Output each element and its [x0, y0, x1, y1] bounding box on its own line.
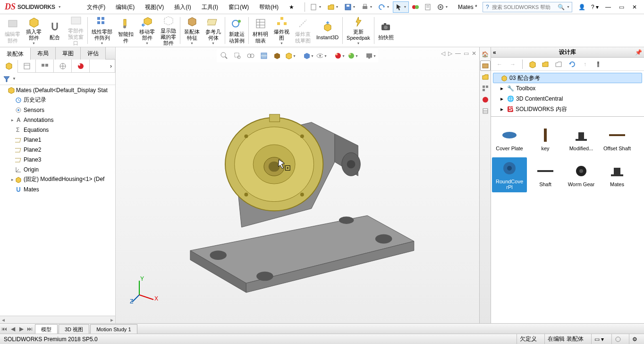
tree-history[interactable]: 历史记录 [0, 95, 115, 105]
tab-assembly[interactable]: 装配体 [0, 48, 31, 60]
tree-filter[interactable]: ▼ [0, 73, 115, 85]
vp-minimize-button[interactable]: — [455, 50, 461, 57]
vp-maximize-button[interactable]: ▭ [464, 50, 469, 57]
feature-manager-tab[interactable] [0, 60, 18, 73]
logo-dropdown-icon[interactable]: ▼ [58, 5, 61, 9]
tab-evaluate[interactable]: 评估 [81, 47, 106, 60]
status-units-button[interactable]: ▭ ▾ [591, 334, 607, 344]
tree-plane3[interactable]: Plane3 [0, 155, 115, 164]
view-triad[interactable]: Y X Z [130, 276, 158, 304]
dl-item-contentcentral[interactable]: ▸🌐3D ContentCentral [493, 94, 642, 104]
instant3d-button[interactable]: Instant3D [314, 15, 341, 46]
undo-button[interactable]: ▼ [376, 1, 392, 13]
status-editing[interactable]: 在编辑 装配体 [544, 334, 586, 344]
taskpane-appearances-tab[interactable] [480, 95, 491, 105]
mate-button[interactable]: 配合 [44, 15, 65, 46]
tree-equations[interactable]: ΣEquations [0, 125, 115, 135]
insert-part-button[interactable]: 插入零 部件▼ [23, 15, 44, 46]
dimxpert-manager-tab[interactable] [54, 60, 72, 73]
tree-mates[interactable]: Mates [0, 184, 115, 194]
status-settings-button[interactable]: ⚙ [629, 334, 640, 344]
open-button[interactable]: ▼ [325, 1, 341, 13]
view-settings-button[interactable]: ▼ [365, 50, 376, 61]
user-button[interactable]: 👤 [576, 1, 587, 13]
search-icon[interactable]: 🔍 [557, 4, 566, 10]
assembly-feature-button[interactable]: 装配体 特征▼ [181, 15, 203, 46]
up-button[interactable]: ↑ [579, 59, 591, 70]
smart-snap-button[interactable]: 智能扣 件 [115, 15, 136, 46]
section-view-button[interactable] [258, 50, 270, 61]
menu-star-icon[interactable]: ★ [284, 0, 299, 14]
explode-button[interactable]: 爆炸视 图▼ [271, 15, 292, 46]
view-orientation-button[interactable]: ▼ [285, 50, 296, 61]
add-folder-button[interactable] [540, 59, 551, 70]
forward-button[interactable]: → [507, 59, 518, 70]
update-speedpak-button[interactable]: 更新 Speedpak▼ [344, 15, 373, 46]
expand-tab[interactable]: › [90, 60, 115, 73]
select-button[interactable]: ▼ [393, 1, 409, 13]
taskpane-designlib-tab[interactable] [480, 60, 491, 71]
tabs-scroll-prev[interactable]: ◀ [8, 326, 17, 332]
menu-help[interactable]: 帮助(H) [254, 0, 283, 14]
search-box[interactable]: ? 🔍 ▼ [483, 2, 572, 12]
taskpane-custom-props-tab[interactable] [480, 106, 491, 116]
menu-tools[interactable]: 工具(I) [197, 0, 223, 14]
menu-window[interactable]: 窗口(W) [224, 0, 254, 14]
explode-line-button[interactable]: 爆炸直 线草图 [292, 15, 314, 46]
menu-edit[interactable]: 编辑(E) [111, 0, 139, 14]
gallery-cover-plate[interactable]: Cover Plate [492, 121, 527, 156]
dynamic-annotation-button[interactable] [271, 50, 283, 61]
rebuild-button[interactable] [410, 1, 421, 13]
gallery-mates[interactable]: Mates [600, 157, 635, 192]
config-button[interactable] [593, 59, 604, 70]
status-rebuild-button[interactable] [611, 334, 624, 344]
dl-item-swcontent[interactable]: ▸SWSOLIDWORKS 内容 [493, 104, 642, 114]
gallery-key[interactable]: key [528, 121, 563, 156]
tree-sensors[interactable]: Sensors [0, 105, 115, 115]
hide-show-button[interactable]: ▼ [316, 50, 327, 61]
tab-3dview[interactable]: 3D 视图 [59, 324, 89, 334]
taskpane-home-tab[interactable]: 🏠 [480, 49, 491, 60]
new-folder-button[interactable] [553, 59, 564, 70]
display-manager-tab[interactable] [72, 60, 90, 73]
new-button[interactable]: ▼ [308, 1, 324, 13]
pin-icon[interactable]: 📌 [635, 49, 642, 56]
tab-layout[interactable]: 布局 [31, 47, 56, 60]
menu-view[interactable]: 视图(V) [140, 0, 169, 14]
taskpane-view-palette-tab[interactable] [480, 83, 491, 94]
file-properties-button[interactable] [422, 1, 433, 13]
menu-file[interactable]: 文件(F) [82, 0, 110, 14]
snapshot-button[interactable]: 拍快照 [375, 15, 397, 46]
tabs-scroll-first[interactable]: ⏮ [0, 326, 8, 332]
tab-model[interactable]: 模型 [35, 324, 58, 334]
new-motion-button[interactable]: 新建运 动算例 [226, 15, 247, 46]
gallery-shaft[interactable]: Shaft [528, 157, 563, 192]
options-button[interactable]: ▼ [434, 1, 450, 13]
gallery-offset-shaft[interactable]: Offset Shaft [600, 121, 635, 156]
tree-plane1[interactable]: Plane1 [0, 135, 115, 145]
search-input[interactable] [492, 4, 557, 10]
ref-geom-button[interactable]: 参考几 何体▼ [203, 15, 224, 46]
zoom-fit-button[interactable] [219, 50, 230, 61]
linear-pattern-button[interactable]: 线性零部 件阵列▼ [89, 15, 115, 46]
edit-part-button[interactable]: 编辑零 部件 [2, 15, 23, 46]
zoom-area-button[interactable] [232, 50, 243, 61]
search-dropdown-icon[interactable]: ▼ [567, 5, 572, 9]
vp-next-icon[interactable]: ▷ [448, 50, 452, 57]
edit-appearance-button[interactable]: ▼ [334, 50, 345, 61]
bom-button[interactable]: 材料明 细表 [250, 15, 271, 46]
menu-insert[interactable]: 插入(I) [169, 0, 195, 14]
gallery-modified[interactable]: Modified... [564, 121, 599, 156]
part-preview-window-button[interactable]: 零部件 预览窗 口 [65, 15, 86, 46]
dl-item-ref[interactable]: 03 配合参考 [493, 73, 642, 83]
tab-sketch[interactable]: 草图 [56, 47, 81, 60]
tree-modified-housing[interactable]: ▸(固定) ModifiedHousing<1> (Def [0, 174, 115, 184]
close-button[interactable]: ✕ [629, 1, 640, 13]
tabs-scroll-last[interactable]: ⏭ [25, 326, 34, 332]
refresh-button[interactable] [566, 59, 577, 70]
show-hidden-button[interactable]: 显示隐 藏的零 部件 [158, 15, 179, 46]
graphics-viewport[interactable]: Y X Z [116, 47, 479, 323]
property-manager-tab[interactable] [18, 60, 36, 73]
tree-annotations[interactable]: ▸AAnnotations [0, 115, 115, 125]
taskpane-file-explorer-tab[interactable] [480, 72, 491, 82]
